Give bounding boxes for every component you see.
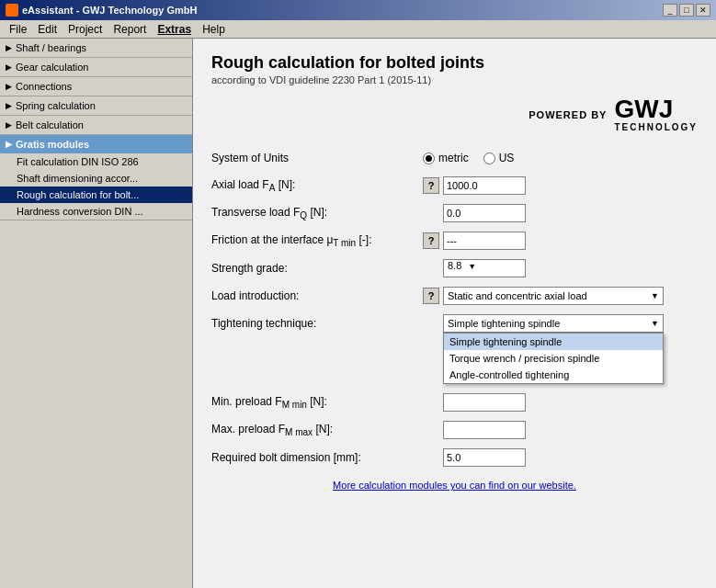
strength-grade-value: 8.8 xyxy=(448,260,461,271)
sidebar-section-spring-label: Spring calculation xyxy=(16,100,96,111)
sidebar-item-fit-calculation[interactable]: Fit calculation DIN ISO 286 xyxy=(0,153,192,170)
sidebar-section-belt-header[interactable]: ▶ Belt calculation xyxy=(0,116,192,134)
menu-help[interactable]: Help xyxy=(197,22,231,37)
shaft-arrow-icon: ▶ xyxy=(6,43,12,52)
content-title: Rough calculation for bolted joints xyxy=(211,53,698,73)
content-subtitle: according to VDI guideline 2230 Part 1 (… xyxy=(211,74,698,85)
menu-project[interactable]: Project xyxy=(63,22,108,37)
radio-us[interactable]: US xyxy=(483,152,515,164)
max-preload-label: Max. preload FM max [N]: xyxy=(211,423,423,437)
min-preload-label-text: Min. preload FM min [N]: xyxy=(211,395,327,408)
more-modules-link[interactable]: More calculation modules you can find on… xyxy=(211,480,698,491)
tightening-dropdown[interactable]: Simple tightening spindle ▼ xyxy=(443,314,664,333)
minimize-button[interactable]: _ xyxy=(663,4,677,17)
sidebar-section-shaft-header[interactable]: ▶ Shaft / bearings xyxy=(0,39,192,57)
strength-grade-dropdown[interactable]: 8.8 ▼ xyxy=(443,259,526,277)
max-preload-label-text: Max. preload FM max [N]: xyxy=(211,423,333,435)
menu-report[interactable]: Report xyxy=(108,22,152,37)
friction-controls: ? xyxy=(423,232,526,250)
tightening-container: Simple tightening spindle ▼ Simple tight… xyxy=(423,314,643,333)
load-intro-label: Load introduction: xyxy=(211,289,423,302)
tightening-option-0[interactable]: Simple tightening spindle xyxy=(444,334,663,350)
menu-extras[interactable]: Extras xyxy=(152,22,197,37)
maximize-button[interactable]: □ xyxy=(679,4,694,17)
friction-label-text: Friction at the interface μT min [-]: xyxy=(211,233,371,246)
load-introduction-dropdown[interactable]: Static and concentric axial load ▼ xyxy=(443,287,664,305)
spring-arrow-icon: ▶ xyxy=(6,101,12,110)
sidebar: ▶ Shaft / bearings ▶ Gear calculation ▶ … xyxy=(0,39,193,588)
friction-help-button[interactable]: ? xyxy=(423,232,439,249)
tightening-option-2[interactable]: Angle-controlled tightening xyxy=(444,367,663,383)
min-preload-label: Min. preload FM min [N]: xyxy=(211,395,423,410)
form-section: System of Units metric US Axial load FA … xyxy=(211,147,698,469)
transverse-load-input[interactable] xyxy=(443,204,526,222)
strength-label: Strength grade: xyxy=(211,262,423,275)
max-preload-input[interactable] xyxy=(443,421,526,439)
form-row-min-preload: Min. preload FM min [N]: xyxy=(211,391,698,413)
sidebar-section-gear: ▶ Gear calculation xyxy=(0,58,192,77)
tightening-value: Simple tightening spindle xyxy=(448,318,560,329)
sidebar-section-shaft: ▶ Shaft / bearings xyxy=(0,39,192,58)
sidebar-section-gear-header[interactable]: ▶ Gear calculation xyxy=(0,58,192,76)
form-row-max-preload: Max. preload FM max [N]: xyxy=(211,419,698,441)
axial-help-button[interactable]: ? xyxy=(423,177,439,194)
strength-grade-arrow-icon: ▼ xyxy=(468,262,476,271)
transverse-controls xyxy=(423,204,526,222)
load-intro-help-button[interactable]: ? xyxy=(423,288,439,304)
transverse-label-text: Transverse load FQ [N]: xyxy=(211,206,327,219)
friction-label: Friction at the interface μT min [-]: xyxy=(211,233,423,248)
menu-bar: File Edit Project Report Extras Help xyxy=(0,20,716,39)
form-row-axial: Axial load FA [N]: ? xyxy=(211,175,698,197)
radio-us-label: US xyxy=(499,152,515,164)
gratis-arrow-icon: ▶ xyxy=(6,140,12,149)
form-row-friction: Friction at the interface μT min [-]: ? xyxy=(211,230,698,252)
tightening-arrow-icon: ▼ xyxy=(651,319,659,328)
sidebar-section-connections-header[interactable]: ▶ Connections xyxy=(0,77,192,96)
form-row-strength: Strength grade: 8.8 ▼ xyxy=(211,257,698,279)
axial-load-input[interactable] xyxy=(443,176,526,195)
min-preload-controls xyxy=(423,393,526,412)
sidebar-item-hardness-conversion[interactable]: Hardness conversion DIN ... xyxy=(0,203,192,220)
form-row-load-intro: Load introduction: ? Static and concentr… xyxy=(211,285,698,307)
sidebar-section-spring-header[interactable]: ▶ Spring calculation xyxy=(0,96,192,115)
units-controls: metric US xyxy=(423,152,514,164)
connections-arrow-icon: ▶ xyxy=(6,82,12,91)
sidebar-item-shaft-dimensioning[interactable]: Shaft dimensioning accor... xyxy=(0,170,192,187)
bolt-dim-input[interactable] xyxy=(443,448,526,467)
form-row-tightening: Tightening technique: Simple tightening … xyxy=(211,312,698,334)
radio-us-btn[interactable] xyxy=(483,153,495,164)
sidebar-section-shaft-label: Shaft / bearings xyxy=(16,42,86,53)
menu-file[interactable]: File xyxy=(4,22,32,37)
radio-metric-btn[interactable] xyxy=(423,153,435,164)
friction-input[interactable] xyxy=(443,232,526,250)
content-area: Rough calculation for bolted joints acco… xyxy=(193,39,716,588)
radio-metric[interactable]: metric xyxy=(423,152,469,164)
tightening-controls: Simple tightening spindle ▼ Simple tight… xyxy=(423,314,643,333)
sidebar-section-belt-label: Belt calculation xyxy=(16,119,84,130)
form-row-bolt-dim: Required bolt dimension [mm]: xyxy=(211,447,698,469)
title-bar: eAssistant - GWJ Technology GmbH _ □ ✕ xyxy=(0,0,716,20)
sidebar-section-connections: ▶ Connections xyxy=(0,77,192,96)
min-preload-input[interactable] xyxy=(443,393,526,412)
window-controls[interactable]: _ □ ✕ xyxy=(663,4,710,17)
sidebar-section-gratis-header[interactable]: ▶ Gratis modules xyxy=(0,135,192,153)
gwj-technology-text: TECHNOLOGY xyxy=(614,122,698,132)
tightening-dropdown-list: Simple tightening spindle Torque wrench … xyxy=(443,333,664,384)
transverse-label: Transverse load FQ [N]: xyxy=(211,206,423,220)
sidebar-section-connections-label: Connections xyxy=(16,81,72,92)
load-intro-controls: ? Static and concentric axial load ▼ xyxy=(423,287,664,305)
bolt-dim-label: Required bolt dimension [mm]: xyxy=(211,451,423,464)
axial-controls: ? xyxy=(423,176,526,195)
form-row-units: System of Units metric US xyxy=(211,147,698,169)
form-row-transverse: Transverse load FQ [N]: xyxy=(211,202,698,224)
bolt-dim-controls xyxy=(423,448,526,467)
tightening-option-1[interactable]: Torque wrench / precision spindle xyxy=(444,350,663,367)
gwj-logo-block: GWJ TECHNOLOGY xyxy=(614,96,698,132)
radio-metric-label: metric xyxy=(438,152,469,164)
logo-area: POWERED BY GWJ TECHNOLOGY xyxy=(211,96,698,132)
app-icon xyxy=(6,4,18,17)
powered-by-text: POWERED BY xyxy=(528,109,607,120)
close-button[interactable]: ✕ xyxy=(696,4,710,17)
menu-edit[interactable]: Edit xyxy=(32,22,63,37)
sidebar-item-rough-calculation[interactable]: Rough calculation for bolt... xyxy=(0,187,192,203)
